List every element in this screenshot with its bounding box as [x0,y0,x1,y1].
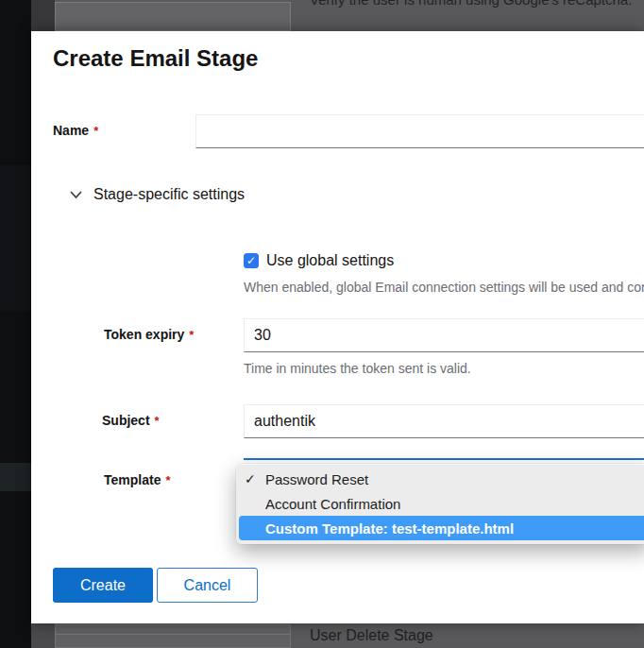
background-recaptcha-description: Verify the user is human using Google's … [310,0,632,8]
required-asterisk: * [189,328,194,342]
chevron-down-icon [69,188,82,201]
app-sidebar [0,0,31,648]
section-label: Stage-specific settings [93,186,245,203]
menu-item-password-reset[interactable]: ✓ Password Reset [236,467,644,491]
menu-item-label: Custom Template: test-template.html [265,520,514,537]
menu-item-custom-template[interactable]: Custom Template: test-template.html [239,516,644,540]
modal-title: Create Email Stage [53,43,258,74]
menu-item-label: Password Reset [265,471,368,487]
background-row-user-delete-stage: User Delete Stage [310,627,433,644]
checkmark-icon: ✓ [246,255,256,266]
subject-label-text: Subject [102,413,150,428]
token-expiry-label-text: Token expiry [104,327,184,342]
menu-item-label: Account Confirmation [265,496,400,512]
required-asterisk: * [93,124,98,138]
background-table-cell-top [55,2,291,31]
background-table-gutter-bottom [31,623,55,648]
menu-item-account-confirmation[interactable]: Account Confirmation [236,491,644,516]
sidebar-active-item [0,463,31,491]
template-dropdown-menu: ✓ Password Reset Account Confirmation Cu… [236,464,644,544]
use-global-help-text: When enabled, global Email connection se… [244,280,644,295]
token-expiry-help-text: Time in minutes the token sent is valid. [244,361,471,376]
token-expiry-label: Token expiry* [104,327,194,342]
required-asterisk: * [165,473,170,487]
background-table-row-divider [56,634,290,635]
subject-input[interactable] [244,404,644,438]
name-label-text: Name [53,123,89,138]
cancel-button[interactable]: Cancel [157,568,258,603]
use-global-settings-row: ✓ Use global settings [244,252,394,269]
use-global-checkbox[interactable]: ✓ [244,253,259,268]
required-asterisk: * [155,414,160,428]
create-email-stage-modal: Create Email Stage Name* Stage-specific … [31,31,644,623]
background-table-cell-bottom [55,624,291,648]
token-expiry-input[interactable] [244,318,644,352]
subject-label: Subject* [102,413,160,428]
background-table-gutter-top [31,0,55,31]
name-label: Name* [53,123,98,138]
selected-check-icon: ✓ [245,471,262,486]
use-global-label[interactable]: Use global settings [266,252,394,269]
create-button[interactable]: Create [53,568,153,603]
stage-specific-settings-toggle[interactable]: Stage-specific settings [69,186,245,203]
template-label: Template* [104,472,171,487]
template-label-text: Template [104,472,161,487]
name-input[interactable] [195,114,644,148]
template-select-focus-border [244,458,644,460]
sidebar-section [0,165,31,312]
